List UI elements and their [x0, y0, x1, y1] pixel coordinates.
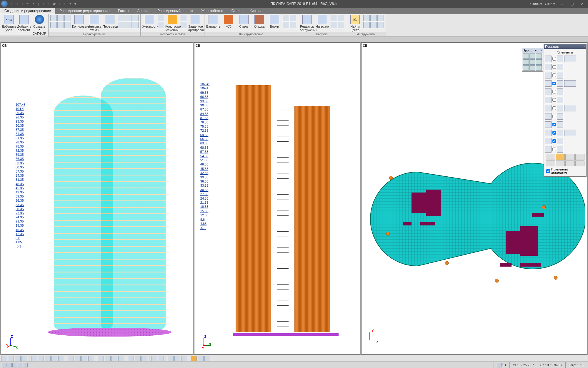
status-icon[interactable]: [18, 363, 22, 367]
status-icon[interactable]: [7, 363, 12, 367]
filter-icon-2[interactable]: [557, 113, 563, 120]
filter-checkbox[interactable]: [552, 65, 556, 69]
add-node-button[interactable]: X,Y,ZДобавить узел: [2, 15, 16, 32]
doctab-2[interactable]: RbO_V6.lir:2×: [197, 42, 229, 43]
minimize-button[interactable]: —: [557, 1, 567, 7]
filter-icon-2[interactable]: [557, 121, 563, 128]
bt-btn[interactable]: [174, 356, 180, 361]
qat-dropdown-icon[interactable]: ▾: [73, 1, 78, 6]
panel-btn[interactable]: [575, 160, 585, 166]
filter-checkbox[interactable]: [552, 123, 556, 126]
bt-btn[interactable]: [118, 356, 124, 361]
bt-btn[interactable]: [21, 356, 27, 361]
bt-btn[interactable]: [31, 356, 37, 361]
filter-icon-2[interactable]: [557, 97, 563, 103]
status-loadcase[interactable]: 1. ▾: [494, 362, 509, 368]
filter-icon[interactable]: [545, 146, 552, 153]
bt-btn[interactable]: [128, 356, 134, 361]
masonry-button[interactable]: Кладка: [252, 15, 266, 28]
bt-btn[interactable]: [158, 356, 164, 361]
filter-icon[interactable]: [545, 80, 552, 87]
filter-extra[interactable]: [564, 56, 576, 62]
bt-btn[interactable]: [105, 356, 111, 361]
close-button[interactable]: ✕: [577, 1, 587, 7]
bt-btn[interactable]: [81, 356, 87, 361]
filter-checkbox[interactable]: [552, 98, 556, 102]
filter-icon[interactable]: [545, 105, 552, 111]
bt-btn[interactable]: [204, 356, 210, 361]
status-icon[interactable]: [12, 363, 17, 367]
find-center-button[interactable]: IGНайти центр: [348, 15, 362, 32]
status-icon[interactable]: [23, 363, 28, 367]
bt-btn-active[interactable]: [191, 356, 197, 361]
palette-pin-icon[interactable]: ▾: [535, 48, 537, 52]
panel-btn[interactable]: [565, 154, 575, 160]
panel-btn[interactable]: [556, 160, 565, 166]
doctab-1[interactable]: RbO_V6.lir:1×: [3, 42, 36, 43]
filter-icon[interactable]: [545, 88, 552, 95]
filter-extra[interactable]: [564, 130, 576, 136]
variants-button[interactable]: Варианты: [206, 15, 220, 28]
bt-btn[interactable]: [15, 356, 21, 361]
filter-icon[interactable]: [545, 97, 552, 103]
tab-concrete[interactable]: Железобетон: [197, 8, 227, 14]
panel-close-icon[interactable]: ×: [583, 45, 585, 48]
filter-icon-2[interactable]: [557, 88, 563, 95]
bt-btn[interactable]: [51, 356, 57, 361]
tab-ext-edit[interactable]: Расширенное редактирование: [55, 8, 114, 14]
filter-icon-2[interactable]: [557, 130, 563, 136]
pack-button[interactable]: Упаковка схемы: [87, 15, 101, 32]
tab-create-edit[interactable]: Создание и редактирование: [0, 8, 55, 14]
filter-icon-2[interactable]: [557, 56, 563, 62]
bt-btn[interactable]: [141, 356, 147, 361]
proj-btn[interactable]: [536, 53, 542, 59]
proj-btn[interactable]: [536, 59, 542, 65]
filter-icon[interactable]: [545, 121, 552, 128]
palette-close-icon[interactable]: ×: [540, 48, 542, 52]
filter-icon-2[interactable]: [557, 80, 563, 87]
qat-info-icon[interactable]: ▫: [46, 1, 51, 6]
bt-btn[interactable]: [198, 356, 204, 361]
bt-btn[interactable]: [58, 356, 64, 361]
proj-btn[interactable]: [529, 65, 535, 71]
panel-btn[interactable]: [556, 154, 565, 160]
bt-btn[interactable]: [98, 356, 104, 361]
filter-checkbox[interactable]: [552, 82, 556, 85]
qat-save-icon[interactable]: ▫: [20, 1, 25, 6]
qat-copy-icon[interactable]: ▫: [57, 1, 62, 6]
filter-icon[interactable]: [545, 64, 552, 70]
qat-open-icon[interactable]: ▫: [15, 1, 19, 6]
viewport-2[interactable]: RbO_V6.lir:2× СВ 107.45104.499.3596.3593…: [194, 42, 360, 354]
filter-checkbox[interactable]: [552, 115, 556, 118]
bt-btn[interactable]: [38, 356, 44, 361]
filter-extra[interactable]: [564, 105, 576, 111]
steel-button[interactable]: Сталь: [237, 15, 251, 28]
qat-sync-icon[interactable]: ⟳: [52, 1, 56, 6]
bt-btn[interactable]: [181, 356, 187, 361]
proj-btn[interactable]: [523, 65, 529, 71]
rc-button[interactable]: Ж/б: [221, 15, 236, 28]
filter-icon-2[interactable]: [557, 64, 563, 70]
doctab-3[interactable]: RbO_V6.lir:3×: [364, 42, 397, 43]
filter-extra[interactable]: [564, 80, 576, 87]
qat-new-icon[interactable]: ▫: [9, 1, 14, 6]
projection-palette[interactable]: Про…▾×: [522, 48, 543, 72]
given-reinforce-button[interactable]: Заданное армирование: [188, 15, 202, 32]
panel-btn[interactable]: [546, 154, 555, 160]
filter-icon-2[interactable]: [557, 138, 563, 144]
status-icon[interactable]: [2, 363, 6, 367]
bt-btn[interactable]: [168, 356, 174, 361]
bt-btn[interactable]: [1, 356, 7, 361]
filter-checkbox[interactable]: [552, 139, 556, 143]
proj-btn[interactable]: [523, 53, 529, 59]
filter-icon[interactable]: [545, 113, 552, 120]
filter-icon[interactable]: [545, 72, 552, 78]
filter-checkbox[interactable]: [552, 106, 556, 110]
qat-undo-icon[interactable]: ↶: [25, 1, 30, 6]
filter-icon[interactable]: [545, 56, 552, 62]
qat-paste-icon[interactable]: ▫: [62, 1, 67, 6]
bt-btn[interactable]: [75, 356, 81, 361]
filter-checkbox[interactable]: [552, 57, 556, 61]
tab-brick[interactable]: Кирпич: [246, 8, 266, 14]
bt-btn[interactable]: [8, 356, 14, 361]
